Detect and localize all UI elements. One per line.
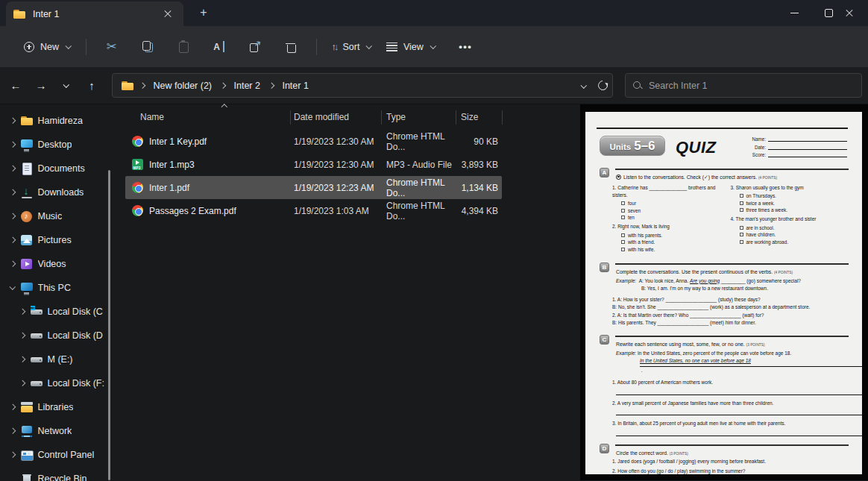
chevron-right-icon[interactable] (19, 309, 25, 315)
new-button[interactable]: New (16, 37, 78, 57)
chevron-right-icon (139, 83, 145, 89)
chevron-right-icon[interactable] (10, 142, 16, 148)
section-badge: A (600, 168, 609, 177)
column-header-size[interactable]: Size (456, 112, 502, 122)
chevron-down-icon (66, 43, 72, 48)
forward-button[interactable]: → (30, 75, 52, 97)
chevron-right-icon[interactable] (19, 333, 25, 339)
more-options-button[interactable]: ••• (453, 35, 478, 59)
chevron-right-icon[interactable] (10, 261, 16, 267)
option-label: four (628, 201, 636, 206)
sidebar-item-downloads[interactable]: Downloads (0, 180, 110, 204)
new-tab-button[interactable]: + (195, 4, 212, 21)
units-range: 5–6 (634, 139, 655, 154)
sidebar-item-network[interactable]: Network (0, 419, 110, 443)
chevron-right-icon[interactable] (10, 452, 16, 458)
column-header-date[interactable]: Date modified (290, 112, 381, 122)
chevron-right-icon[interactable] (10, 404, 16, 410)
column-divider[interactable] (381, 110, 382, 125)
recent-locations-button[interactable] (55, 75, 78, 97)
copy-button[interactable] (135, 35, 160, 59)
example-text: In the United States, zero percent of th… (636, 350, 791, 356)
sidebar-item-drive-m[interactable]: M (E:) (0, 348, 110, 371)
preview-pane[interactable]: Units 5–6 QUIZ Name: Date: Score: (580, 104, 868, 480)
chevron-down-icon (63, 81, 69, 87)
sidebar-item-control-panel[interactable]: Control Panel (0, 443, 110, 467)
sidebar-item-desktop[interactable]: Desktop (0, 133, 110, 157)
chevron-down-icon[interactable] (10, 284, 16, 290)
address-bar[interactable]: New folder (2) Inter 2 Inter 1 (112, 73, 613, 98)
sidebar-item-local-disk-c[interactable]: Local Disk (C (0, 300, 110, 324)
option-label: twice a week. (746, 201, 775, 206)
file-name: Passages 2 Exam.pdf (149, 206, 236, 216)
sidebar-item-label: Pictures (38, 235, 72, 245)
sidebar-item-music[interactable]: Music (0, 204, 110, 228)
checkbox-icon (621, 209, 625, 213)
sidebar-item-local-disk-d[interactable]: Local Disk (D (0, 324, 110, 348)
minimize-button[interactable] (777, 0, 811, 26)
delete-button[interactable] (278, 35, 304, 59)
column-header-type[interactable]: Type (381, 112, 456, 122)
sidebar-item-hamidreza[interactable]: Hamidreza (0, 109, 110, 133)
document-top-rule (597, 128, 848, 129)
column-divider[interactable] (456, 110, 456, 125)
paste-button[interactable] (171, 35, 196, 59)
share-button[interactable] (242, 35, 268, 59)
file-row[interactable]: Inter 1.mp3 1/19/2023 12:30 AM MP3 - Aud… (125, 153, 502, 176)
chevron-right-icon[interactable] (10, 189, 16, 195)
file-row[interactable]: Passages 2 Exam.pdf 1/19/2023 1:03 AM Ch… (125, 199, 502, 222)
explorer-tab[interactable]: Inter 1 (6, 1, 183, 26)
checkbox-icon (621, 233, 625, 237)
file-size: 4,394 KB (456, 206, 502, 216)
up-button[interactable]: ↑ (81, 75, 103, 97)
file-row[interactable]: Inter 1 Key.pdf 1/19/2023 12:30 AM Chrom… (125, 130, 502, 153)
chevron-right-icon[interactable] (19, 356, 25, 362)
copy-icon (142, 41, 153, 52)
sidebar-item-libraries[interactable]: Libraries (0, 395, 110, 419)
breadcrumb-item[interactable]: Inter 1 (280, 79, 310, 92)
column-divider[interactable] (502, 110, 503, 125)
checkbox-icon (621, 240, 625, 244)
chevron-down-icon (430, 43, 436, 48)
file-type: Chrome HTML Do... (381, 131, 456, 152)
sidebar-item-videos[interactable]: Videos (0, 252, 110, 276)
chevron-right-icon[interactable] (10, 428, 16, 434)
sidebar-item-this-pc[interactable]: This PC (0, 276, 110, 300)
chevron-right-icon[interactable] (19, 380, 25, 386)
file-size: 90 KB (456, 136, 502, 147)
new-button-label: New (40, 42, 59, 52)
sidebar-item-label: Network (38, 426, 72, 436)
exercise-line: 2. A: Is that Martin over there? Who ___… (612, 312, 849, 320)
column-divider[interactable] (290, 110, 291, 125)
option-label: on Thursdays. (746, 193, 776, 198)
window-close-button[interactable] (846, 0, 868, 26)
back-button[interactable]: ← (4, 75, 27, 97)
column-header-name[interactable]: Name (125, 112, 290, 122)
cut-button[interactable]: ✂ (99, 35, 125, 59)
chevron-right-icon[interactable] (10, 237, 16, 243)
maximize-button[interactable] (811, 0, 846, 26)
view-button[interactable]: View (379, 37, 442, 57)
breadcrumb-item[interactable]: New folder (2) (151, 79, 215, 92)
breadcrumb-item[interactable]: Inter 2 (232, 79, 262, 92)
rename-button[interactable]: A (207, 35, 232, 59)
chevron-right-icon[interactable] (10, 118, 16, 124)
address-dropdown-button[interactable] (574, 78, 594, 94)
sidebar-item-pictures[interactable]: Pictures (0, 228, 110, 252)
folder-icon (13, 8, 26, 20)
section-badge: D (600, 444, 609, 453)
tab-close-button[interactable] (160, 6, 176, 22)
sidebar-item-local-disk-f[interactable]: Local Disk (F: (0, 371, 110, 395)
refresh-button[interactable] (596, 78, 609, 92)
file-row-selected[interactable]: Inter 1.pdf 1/19/2023 12:23 AM Chrome HT… (125, 176, 502, 199)
sidebar-item-label: Videos (38, 259, 66, 269)
sidebar-item-recycle-bin[interactable]: Recycle Bin (0, 467, 110, 481)
chevron-right-icon[interactable] (10, 166, 16, 172)
quiz-header: Units 5–6 QUIZ Name: Date: Score: (600, 136, 849, 160)
search-input[interactable] (649, 81, 854, 91)
sidebar-item-documents[interactable]: Documents (0, 157, 110, 180)
chevron-right-icon[interactable] (10, 213, 16, 219)
search-box[interactable] (625, 73, 862, 98)
plus-circle-icon (24, 42, 34, 52)
sort-button[interactable]: ↑↓ Sort (324, 36, 379, 57)
